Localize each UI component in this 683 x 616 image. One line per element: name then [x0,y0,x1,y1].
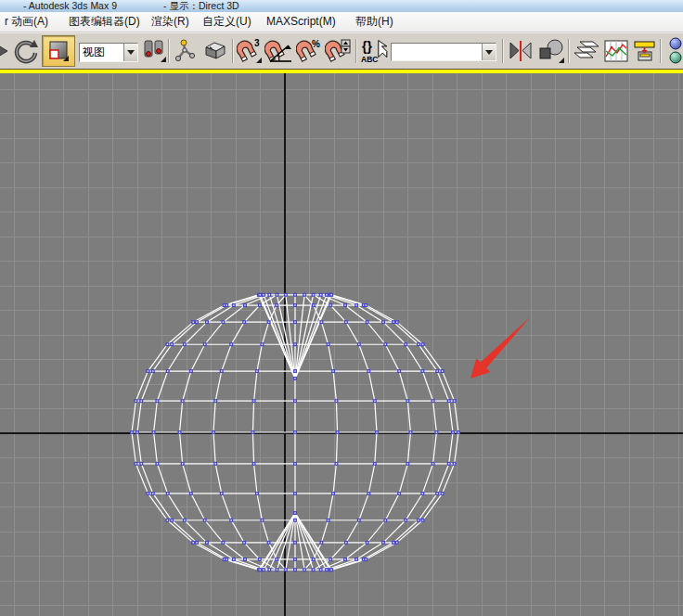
dropdown-arrow-icon[interactable] [482,44,496,60]
spinner-snap-toggle-button[interactable] [325,35,351,67]
menu-item-6[interactable]: 帮助(H) [352,12,397,32]
viewport-front[interactable] [0,73,683,616]
menu-item-4[interactable]: 自定义(U) [199,12,255,32]
manipulate-icon [174,39,196,63]
snap3-glyph: 3 [254,38,260,48]
select-and-manipulate-button[interactable] [173,35,197,67]
toolbar-separator [502,39,503,63]
move-arrow-partial-icon [0,44,9,58]
material-editor-button[interactable] [664,35,683,67]
window-title: - Autodesk 3ds Max 9 [23,0,117,12]
named-selection-sets-dropdown[interactable] [391,43,496,61]
snap-toggle-3d-button[interactable]: 3 [237,35,262,67]
select-and-rotate-button[interactable] [11,35,41,67]
menu-bar: r动画(A)图表编辑器(D)渲染(R)自定义(U)MAXScript(M)帮助(… [0,12,683,32]
toolbar-separator [660,39,661,63]
select-and-move-button[interactable] [0,35,9,67]
title-bar: - Autodesk 3ds Max 9 - 显示：Direct 3D [0,0,683,12]
reference-coordinate-system-dropdown[interactable]: 视图 [79,43,138,62]
use-pivot-point-center-button[interactable] [141,35,167,67]
curve-editor-button[interactable] [603,35,629,67]
menu-item-3[interactable]: 渲染(R) [148,12,193,32]
menu-item-5[interactable]: MAXScript(M) [263,12,340,32]
percent-snap-toggle-button[interactable]: % [296,35,322,67]
schematic-view-icon [633,39,657,63]
angle-snap-toggle-button[interactable] [264,35,293,67]
toolbar-separator [168,39,169,63]
edit-named-selection-sets-button[interactable]: {} ABC [360,35,388,67]
abc-glyph: ABC [361,55,378,64]
keyboard-override-icon [201,40,227,62]
schematic-view-button[interactable] [632,35,658,67]
scale-icon [47,40,70,62]
braces-glyph: {} [362,39,372,54]
annotation-arrow-shaft [481,317,530,368]
material-editor-icon [664,36,683,66]
keyboard-shortcut-override-button[interactable] [200,35,228,67]
layers-icon [573,39,600,63]
align-button[interactable] [536,35,566,67]
pivot-point-icon [142,39,166,63]
app-window: - Autodesk 3ds Max 9 - 显示：Direct 3D r动画(… [0,0,683,616]
main-toolbar: 视图 [0,32,683,69]
magnet-spinner-snap-icon [325,38,351,64]
magnet-3d-snap-icon: 3 [237,38,262,64]
menu-item-1[interactable]: 动画(A) [7,12,52,32]
curve-editor-icon [604,40,628,62]
viewport-canvas[interactable] [0,73,683,616]
toolbar-separator [232,39,233,63]
toolbar-separator [355,39,356,63]
menu-item-2[interactable]: 图表编辑器(D) [65,12,144,32]
display-driver-label: - 显示：Direct 3D [163,0,239,12]
mirror-button[interactable] [507,35,535,67]
layer-manager-button[interactable] [573,35,600,67]
align-icon [537,38,565,64]
dropdown-arrow-icon[interactable] [123,44,137,61]
mirror-icon [508,40,534,62]
coordinate-system-value: 视图 [80,45,123,60]
magnet-percent-snap-icon: % [296,38,322,64]
named-selection-sets-icon: {} ABC [360,37,388,65]
rotate-icon [13,38,39,64]
select-and-uniform-scale-button[interactable] [42,35,75,67]
toolbar-separator [568,39,569,63]
percent-glyph: % [312,39,320,49]
magnet-angle-snap-icon [264,38,293,64]
